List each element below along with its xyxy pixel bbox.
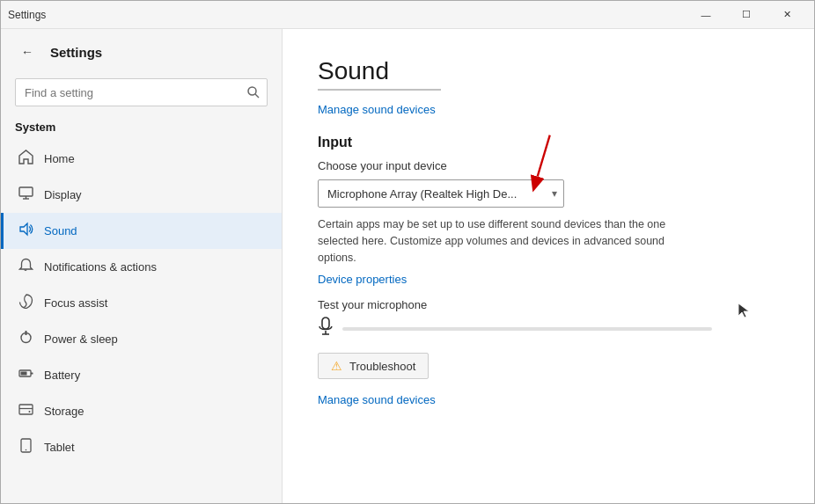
sidebar-item-display[interactable]: Display — [1, 177, 282, 213]
search-box — [15, 78, 268, 106]
sidebar-section-label: System — [1, 117, 282, 141]
content-area: Sound Manage sound devices Input Choose … — [283, 29, 814, 503]
title-bar-left: Settings — [8, 9, 46, 21]
svg-point-13 — [28, 411, 30, 413]
sidebar-item-notifications[interactable]: Notifications & actions — [1, 249, 282, 285]
sidebar-item-focus[interactable]: Focus assist — [1, 285, 282, 321]
manage-devices-bottom-link[interactable]: Manage sound devices — [318, 393, 779, 406]
tablet-icon — [18, 438, 33, 457]
sidebar-item-display-label: Display — [44, 188, 82, 201]
svg-marker-5 — [20, 223, 27, 235]
sidebar-item-sound[interactable]: Sound — [1, 213, 282, 249]
input-device-dropdown-wrapper: Microphone Array (Realtek High De... ▾ — [318, 179, 564, 208]
close-button[interactable]: ✕ — [767, 1, 807, 29]
sidebar-item-focus-label: Focus assist — [44, 296, 107, 310]
svg-rect-11 — [19, 405, 33, 414]
svg-point-15 — [25, 449, 26, 451]
sidebar-item-battery-label: Battery — [44, 369, 80, 382]
home-icon — [18, 150, 33, 168]
test-microphone-label: Test your microphone — [318, 298, 779, 311]
sidebar-item-sound-label: Sound — [44, 224, 77, 237]
manage-devices-top-link[interactable]: Manage sound devices — [318, 103, 436, 116]
settings-window: Settings — ☐ ✕ ← Settings — [0, 0, 815, 504]
troubleshoot-label: Troubleshoot — [349, 360, 415, 373]
choose-device-label: Choose your input device — [318, 159, 779, 172]
sidebar-item-tablet-label: Tablet — [44, 441, 75, 454]
sidebar-item-home-label: Home — [44, 152, 75, 165]
svg-line-1 — [255, 94, 259, 98]
back-button[interactable]: ← — [15, 40, 40, 64]
warning-icon: ⚠ — [331, 359, 342, 373]
input-device-dropdown[interactable]: Microphone Array (Realtek High De... — [318, 179, 564, 208]
sidebar-item-notifications-label: Notifications & actions — [44, 260, 157, 274]
svg-rect-2 — [19, 187, 33, 196]
sidebar-item-storage[interactable]: Storage — [1, 393, 282, 429]
sidebar-top: ← Settings — [1, 29, 282, 75]
app-title: Settings — [50, 45, 102, 60]
info-text: Certain apps may be set up to use differ… — [318, 216, 705, 266]
notifications-icon — [18, 258, 33, 276]
sidebar-item-home[interactable]: Home — [1, 141, 282, 177]
sidebar-item-battery[interactable]: Battery — [1, 357, 282, 393]
chevron-down-icon: ▾ — [552, 187, 557, 200]
svg-rect-10 — [20, 372, 26, 376]
svg-rect-17 — [322, 318, 329, 329]
battery-icon — [18, 366, 33, 384]
sidebar-item-power-label: Power & sleep — [44, 332, 118, 346]
title-underline — [318, 89, 441, 91]
main-layout: ← Settings System Home — [1, 29, 814, 503]
window-title: Settings — [8, 9, 46, 21]
microphone-level-bar — [342, 327, 712, 331]
svg-point-0 — [248, 87, 256, 95]
sidebar-item-storage-label: Storage — [44, 405, 84, 418]
page-title: Sound — [318, 57, 779, 85]
focus-icon — [18, 294, 33, 312]
search-input[interactable] — [15, 78, 268, 106]
arrow-container: Microphone Array (Realtek High De... ▾ — [318, 179, 779, 208]
title-bar-controls: — ☐ ✕ — [686, 1, 807, 29]
input-section-heading: Input — [318, 135, 779, 150]
title-bar: Settings — ☐ ✕ — [1, 1, 814, 29]
sound-icon — [18, 222, 33, 240]
power-icon — [18, 330, 33, 348]
sidebar-item-power[interactable]: Power & sleep — [1, 321, 282, 357]
svg-rect-9 — [31, 373, 33, 375]
maximize-button[interactable]: ☐ — [726, 1, 767, 29]
sidebar: ← Settings System Home — [1, 29, 283, 503]
storage-icon — [18, 402, 33, 420]
device-properties-link[interactable]: Device properties — [318, 273, 779, 286]
minimize-button[interactable]: — — [686, 1, 726, 29]
troubleshoot-button[interactable]: ⚠ Troubleshoot — [318, 353, 429, 379]
search-icon[interactable] — [243, 82, 264, 103]
mic-row — [318, 317, 779, 340]
display-icon — [18, 186, 33, 204]
sidebar-item-tablet[interactable]: Tablet — [1, 429, 282, 465]
microphone-icon — [318, 317, 334, 340]
